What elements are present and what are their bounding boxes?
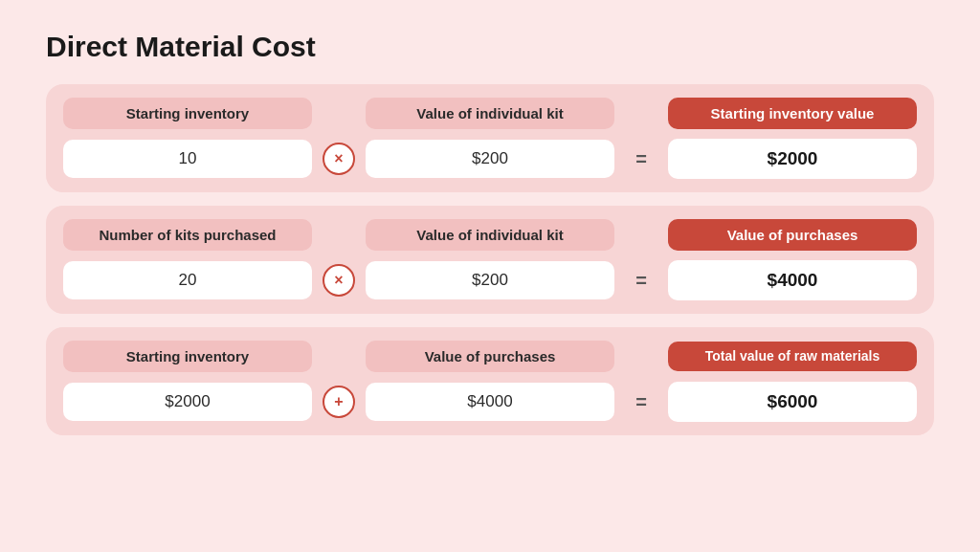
multiply-operator-2: × — [323, 264, 355, 297]
value-10: 10 — [63, 140, 312, 178]
equation-group-1: Starting inventory Value of individual k… — [46, 84, 934, 192]
label-value-purchases-3: Value of purchases — [366, 341, 614, 372]
label-value-individual-kit-2: Value of individual kit — [366, 219, 614, 251]
value-2000-3: $2000 — [63, 383, 312, 421]
values-row-2: 20 × $200 = $4000 — [63, 260, 917, 300]
value-200-1: $200 — [366, 140, 614, 178]
page-title: Direct Material Cost — [46, 31, 934, 63]
equals-2: = — [614, 270, 668, 292]
operator-box-1: × — [312, 143, 366, 175]
value-200-2: $200 — [366, 261, 614, 299]
value-4000: $4000 — [668, 260, 917, 300]
labels-row-1: Starting inventory Value of individual k… — [63, 98, 917, 129]
label-value-purchases: Value of purchases — [668, 219, 917, 251]
operator-box-2: × — [312, 264, 366, 297]
value-20: 20 — [63, 261, 312, 299]
label-total-value-raw-materials: Total value of raw materials — [668, 342, 917, 370]
label-starting-inventory-1: Starting inventory — [63, 98, 312, 129]
equation-group-2: Number of kits purchased Value of indivi… — [46, 206, 934, 314]
page-container: Direct Material Cost Starting inventory … — [0, 0, 980, 552]
label-starting-inventory-value: Starting inventory value — [668, 98, 917, 129]
values-row-1: 10 × $200 = $2000 — [63, 139, 917, 179]
values-row-3: $2000 + $4000 = $6000 — [63, 382, 917, 422]
value-4000-3: $4000 — [366, 383, 614, 421]
value-2000: $2000 — [668, 139, 917, 179]
labels-row-2: Number of kits purchased Value of indivi… — [63, 219, 917, 251]
label-value-individual-kit-1: Value of individual kit — [366, 98, 614, 129]
label-starting-inventory-3: Starting inventory — [63, 341, 312, 372]
multiply-operator-1: × — [323, 143, 355, 175]
equation-group-3: Starting inventory Value of purchases To… — [46, 327, 934, 435]
equals-3: = — [614, 391, 668, 413]
equals-1: = — [614, 148, 668, 170]
label-kits-purchased: Number of kits purchased — [63, 219, 312, 251]
labels-row-3: Starting inventory Value of purchases To… — [63, 341, 917, 372]
operator-box-3: + — [312, 386, 366, 418]
value-6000: $6000 — [668, 382, 917, 422]
plus-operator: + — [323, 386, 355, 418]
